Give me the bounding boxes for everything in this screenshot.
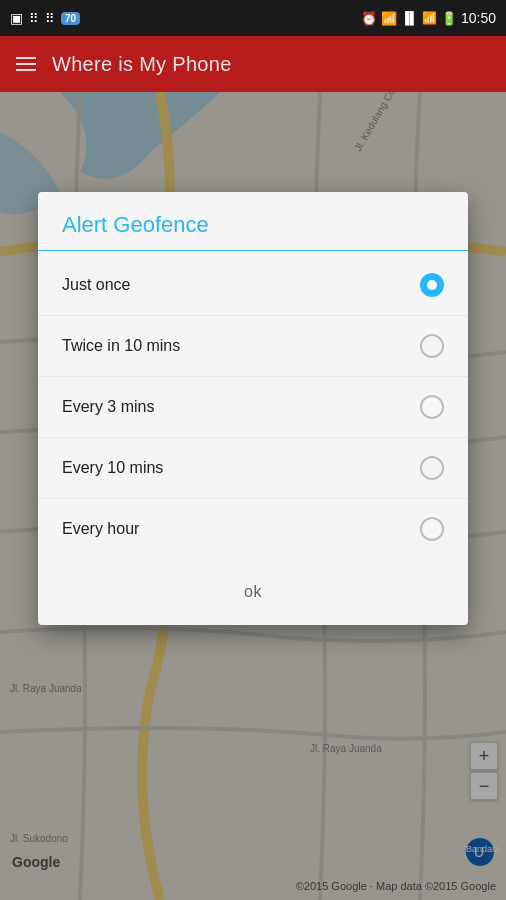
battery-icon: 🔋 [441, 11, 457, 26]
dialog-footer: ok [38, 563, 468, 625]
bb-icon2: ⠿ [45, 11, 55, 26]
alarm-icon: ⏰ [361, 11, 377, 26]
app-title: Where is My Phone [52, 53, 232, 76]
notification-badge: 70 [61, 12, 80, 25]
option-just-once[interactable]: Just once [38, 255, 468, 316]
option-twice-10-label: Twice in 10 mins [62, 337, 180, 355]
wifi-icon: 📶 [381, 11, 397, 26]
option-every-3[interactable]: Every 3 mins [38, 377, 468, 438]
app-bar: Where is My Phone [0, 36, 506, 92]
bb-icon1: ⠿ [29, 11, 39, 26]
option-every-3-label: Every 3 mins [62, 398, 154, 416]
option-every-10[interactable]: Every 10 mins [38, 438, 468, 499]
dialog-options: Just once Twice in 10 mins Every 3 mins … [38, 251, 468, 563]
alert-geofence-dialog: Alert Geofence Just once Twice in 10 min… [38, 192, 468, 625]
option-every-10-label: Every 10 mins [62, 459, 163, 477]
option-every-hour[interactable]: Every hour [38, 499, 468, 559]
radio-every-3[interactable] [420, 395, 444, 419]
option-every-hour-label: Every hour [62, 520, 139, 538]
radio-every-hour[interactable] [420, 517, 444, 541]
status-right-icons: ⏰ 📶 ▐▌ 📶 🔋 10:50 [361, 10, 496, 26]
radio-every-10[interactable] [420, 456, 444, 480]
radio-twice-10[interactable] [420, 334, 444, 358]
sim-icon: ▐▌ [401, 11, 418, 25]
dialog-overlay: Alert Geofence Just once Twice in 10 min… [0, 92, 506, 900]
dialog-title: Alert Geofence [38, 192, 468, 251]
status-bar: ▣ ⠿ ⠿ 70 ⏰ 📶 ▐▌ 📶 🔋 10:50 [0, 0, 506, 36]
option-just-once-label: Just once [62, 276, 130, 294]
signal-icon: 📶 [422, 11, 437, 25]
option-twice-10[interactable]: Twice in 10 mins [38, 316, 468, 377]
clock: 10:50 [461, 10, 496, 26]
status-left-icons: ▣ ⠿ ⠿ 70 [10, 10, 80, 26]
ok-button[interactable]: ok [220, 575, 286, 609]
screen-icon: ▣ [10, 10, 23, 26]
radio-just-once[interactable] [420, 273, 444, 297]
menu-button[interactable] [16, 57, 36, 71]
